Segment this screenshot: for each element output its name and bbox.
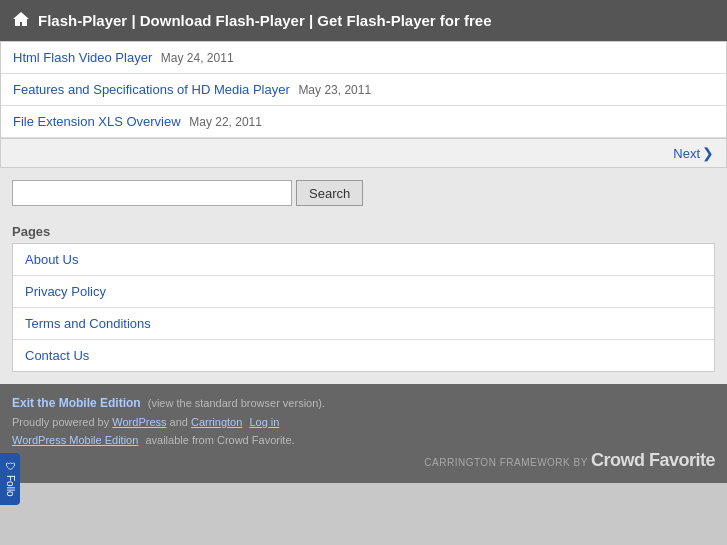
pages-list: About Us Privacy Policy Terms and Condit…: [12, 243, 715, 372]
page-item: Terms and Conditions: [13, 308, 714, 340]
post-item: Html Flash Video Player May 24, 2011: [1, 42, 726, 74]
next-link[interactable]: Next ❯: [673, 145, 714, 161]
exit-note: (view the standard browser version).: [148, 397, 325, 409]
search-section: Search: [0, 168, 727, 218]
page-link-contact[interactable]: Contact Us: [25, 348, 89, 363]
wp-mobile-link[interactable]: WordPress Mobile Edition: [12, 434, 138, 446]
main-content: Html Flash Video Player May 24, 2011 Fea…: [0, 41, 727, 384]
footer-wp-mobile: WordPress Mobile Edition available from …: [12, 434, 715, 446]
exit-mobile-link[interactable]: Exit the Mobile Edition: [12, 396, 141, 410]
crowd-pre: CARRINGTON FRAMEWORK BY: [424, 457, 587, 468]
pages-heading: Pages: [12, 218, 715, 243]
post-item: File Extension XLS Overview May 22, 2011: [1, 106, 726, 138]
post-link-0[interactable]: Html Flash Video Player: [13, 50, 152, 65]
post-date-1: May 23, 2011: [298, 83, 371, 97]
next-row: Next ❯: [0, 139, 727, 168]
next-label: Next: [673, 146, 700, 161]
login-link[interactable]: Log in: [249, 416, 279, 428]
search-button[interactable]: Search: [296, 180, 363, 206]
powered-text: Proudly powered by: [12, 416, 109, 428]
wordpress-link[interactable]: WordPress: [112, 416, 166, 428]
post-item: Features and Specifications of HD Media …: [1, 74, 726, 106]
post-date-0: May 24, 2011: [161, 51, 234, 65]
page-item: Privacy Policy: [13, 276, 714, 308]
search-form: Search: [12, 180, 715, 206]
pages-section: Pages About Us Privacy Policy Terms and …: [0, 218, 727, 384]
search-input[interactable]: [12, 180, 292, 206]
page-link-about[interactable]: About Us: [25, 252, 78, 267]
page-link-terms[interactable]: Terms and Conditions: [25, 316, 151, 331]
footer-powered: Proudly powered by WordPress and Carring…: [12, 416, 715, 428]
next-arrow-icon: ❯: [702, 145, 714, 161]
follow-shield-icon: 🛡: [4, 461, 16, 471]
site-header: Flash-Player | Download Flash-Player | G…: [0, 0, 727, 41]
carrington-link[interactable]: Carrington: [191, 416, 242, 428]
site-footer: Exit the Mobile Edition (view the standa…: [0, 384, 727, 483]
post-link-1[interactable]: Features and Specifications of HD Media …: [13, 82, 290, 97]
page-item: About Us: [13, 244, 714, 276]
post-date-2: May 22, 2011: [189, 115, 262, 129]
footer-crowd: CARRINGTON FRAMEWORK BY Crowd Favorite: [12, 450, 715, 471]
posts-list: Html Flash Video Player May 24, 2011 Fea…: [0, 41, 727, 139]
footer-exit: Exit the Mobile Edition (view the standa…: [12, 396, 715, 410]
page-item: Contact Us: [13, 340, 714, 371]
home-icon[interactable]: [12, 10, 30, 31]
site-title: Flash-Player | Download Flash-Player | G…: [38, 12, 492, 29]
post-link-2[interactable]: File Extension XLS Overview: [13, 114, 181, 129]
page-link-privacy[interactable]: Privacy Policy: [25, 284, 106, 299]
crowd-brand: Crowd Favorite: [591, 450, 715, 470]
follow-label: Follo: [5, 475, 16, 497]
follow-badge[interactable]: 🛡 Follo: [0, 453, 20, 505]
available-text: available from Crowd Favorite.: [145, 434, 294, 446]
and-text: and: [170, 416, 188, 428]
